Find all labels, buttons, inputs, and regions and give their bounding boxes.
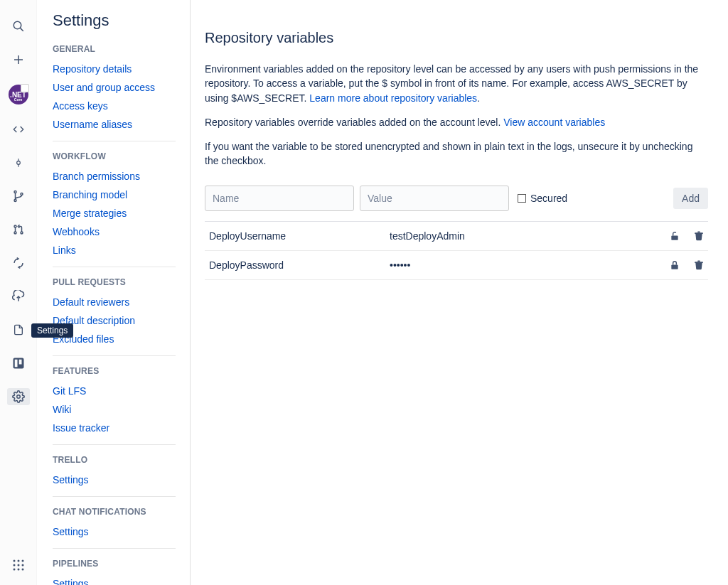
page-title: Repository variables [205, 30, 708, 46]
downloads-icon[interactable] [7, 321, 30, 338]
svg-point-20 [17, 560, 19, 562]
svg-point-19 [13, 560, 15, 562]
nav-item[interactable]: Default reviewers [53, 293, 176, 311]
variable-name: DeployUsername [209, 230, 390, 242]
variable-row: DeployUsernametestDeployAdmin [205, 222, 708, 251]
pull-requests-icon[interactable] [7, 221, 30, 238]
section-title: TRELLO [53, 455, 176, 465]
variable-value-input[interactable] [360, 186, 509, 211]
svg-point-9 [21, 193, 23, 195]
nav-item[interactable]: Settings [53, 471, 176, 489]
svg-point-11 [14, 232, 16, 234]
description-3: If you want the variable to be stored un… [205, 139, 708, 168]
svg-rect-31 [671, 264, 678, 269]
nav-item[interactable]: Repository details [53, 60, 176, 78]
branches-icon[interactable] [7, 188, 30, 205]
svg-point-10 [14, 225, 16, 227]
create-icon[interactable] [7, 51, 30, 68]
svg-point-21 [21, 560, 23, 562]
variable-name: DeployPassword [209, 259, 390, 271]
section-title: PULL REQUESTS [53, 277, 176, 287]
search-icon[interactable] [7, 18, 30, 35]
section-title: WORKFLOW [53, 151, 176, 161]
settings-icon[interactable] [7, 388, 30, 405]
variable-row: DeployPassword•••••• [205, 251, 708, 280]
nav-item[interactable]: Links [53, 241, 176, 259]
svg-line-1 [20, 28, 23, 31]
svg-point-22 [13, 564, 15, 567]
description-1: Environment variables added on the repos… [205, 62, 708, 105]
svg-rect-29 [695, 232, 703, 234]
settings-sidebar: Settings GENERALRepository detailsUser a… [37, 0, 191, 585]
description-2: Repository variables override variables … [205, 115, 708, 129]
svg-point-4 [16, 161, 20, 165]
nav-item[interactable]: Git LFS [53, 382, 176, 400]
nav-item[interactable]: Branching model [53, 186, 176, 204]
variable-value: testDeployAdmin [390, 230, 670, 242]
add-variable-form: Secured Add [205, 178, 708, 222]
unlock-icon[interactable] [670, 230, 680, 242]
boards-icon[interactable] [7, 355, 30, 372]
app-switcher-icon[interactable] [7, 557, 30, 574]
svg-rect-16 [14, 360, 17, 367]
nav-item[interactable]: Access keys [53, 97, 176, 115]
variable-value: •••••• [390, 259, 670, 271]
nav-item[interactable]: User and group access [53, 78, 176, 97]
svg-point-25 [13, 569, 15, 571]
lock-icon[interactable] [670, 259, 680, 271]
global-iconbar: .NET Core Settings [0, 0, 37, 585]
source-icon[interactable] [7, 121, 30, 138]
secured-checkbox[interactable]: Secured [518, 193, 567, 204]
nav-item[interactable]: Username aliases [53, 115, 176, 134]
svg-rect-32 [695, 262, 703, 263]
svg-point-27 [21, 569, 23, 571]
svg-point-24 [21, 564, 23, 567]
nav-item[interactable]: Branch permissions [53, 167, 176, 186]
section-title: PIPELINES [53, 559, 176, 569]
svg-point-8 [14, 200, 16, 202]
nav-item[interactable]: Issue tracker [53, 419, 176, 437]
settings-tooltip: Settings [31, 323, 73, 338]
svg-point-0 [14, 21, 21, 29]
add-button[interactable]: Add [673, 188, 708, 209]
section-title: CHAT NOTIFICATIONS [53, 507, 176, 517]
svg-point-7 [14, 191, 16, 193]
main-content: Repository variables Environment variabl… [191, 0, 728, 585]
svg-rect-33 [697, 260, 700, 262]
section-title: FEATURES [53, 366, 176, 376]
commits-icon[interactable] [7, 154, 30, 171]
nav-item[interactable]: Webhooks [53, 222, 176, 241]
pipelines-icon[interactable] [7, 254, 30, 272]
nav-item[interactable]: Merge strategies [53, 204, 176, 222]
section-title: GENERAL [53, 44, 176, 54]
deployments-icon[interactable] [7, 288, 30, 305]
svg-point-26 [17, 569, 19, 571]
view-account-variables-link[interactable]: View account variables [503, 117, 605, 128]
delete-icon[interactable] [694, 230, 704, 242]
svg-rect-28 [671, 235, 678, 240]
svg-point-18 [16, 395, 20, 399]
sidebar-title: Settings [53, 11, 176, 30]
svg-point-23 [17, 564, 19, 567]
nav-item[interactable]: Settings [53, 574, 176, 585]
nav-item[interactable]: Wiki [53, 400, 176, 419]
variable-name-input[interactable] [205, 186, 354, 211]
svg-rect-30 [697, 231, 700, 232]
project-avatar[interactable]: .NET Core [9, 85, 28, 104]
svg-rect-17 [18, 360, 21, 365]
svg-point-12 [21, 232, 23, 234]
nav-item[interactable]: Settings [53, 522, 176, 541]
delete-icon[interactable] [694, 259, 704, 271]
learn-more-link[interactable]: Learn more about repository variables [309, 92, 477, 104]
